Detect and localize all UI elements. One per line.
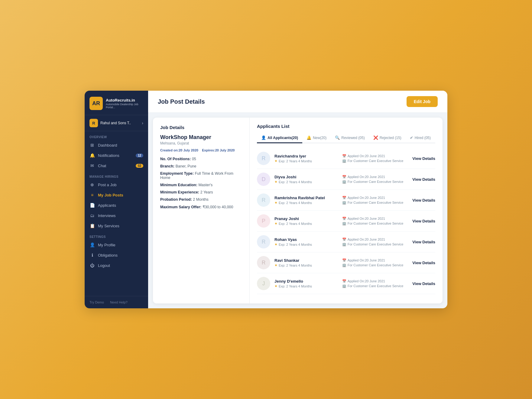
applicant-avatar: J <box>257 277 270 290</box>
service-icon: 🏢 <box>342 263 346 267</box>
job-probation: Probation Period: 2 Months <box>160 197 242 202</box>
sidebar-item-chat[interactable]: ✉ Chat 02 <box>85 161 148 171</box>
notifications-badge: 12 <box>136 154 143 157</box>
sidebar-item-obligations[interactable]: ℹ Obligations <box>85 250 148 260</box>
sidebar-item-notifications[interactable]: 🔔 Notifications 12 <box>85 150 148 161</box>
view-details-button[interactable]: View Details <box>412 281 435 286</box>
job-dates: Created on:20 July 2020 Expires:20 July … <box>160 148 242 152</box>
tab-new-20-[interactable]: 🔔New(20) <box>302 133 331 143</box>
star-icon: ★ <box>274 222 277 225</box>
logo-name: AutoRecruits.in <box>106 98 143 103</box>
sidebar-item-label: Dashboard <box>98 143 117 148</box>
star-icon: ★ <box>274 242 277 246</box>
try-demo-link[interactable]: Try Demo <box>89 300 104 304</box>
applicant-row: R Ravichandra Iyer ★ Exp: 2 Years 4 Mont… <box>257 148 435 169</box>
tab-rejected--15-[interactable]: ❌Rejected (15) <box>369 133 406 143</box>
overview-section-label: Overview <box>85 131 148 140</box>
view-details-button[interactable]: View Details <box>412 219 435 223</box>
tab-all-applicants-20-[interactable]: 👤All Applicants(20) <box>257 133 302 143</box>
applied-on: 📅Applied On:20 June 2021 <box>342 258 404 262</box>
applied-on: 📅Applied On:20 June 2021 <box>342 196 404 200</box>
chat-badge: 02 <box>136 164 143 168</box>
sidebar-item-label: Logout <box>98 263 110 268</box>
job-location: Mehsana, Gujarat <box>160 141 242 145</box>
service-icon: 🏢 <box>342 180 346 184</box>
tab-hired--05-[interactable]: ✔Hired (05) <box>406 133 435 143</box>
logo-icon: AR <box>89 97 103 110</box>
sidebar: AR AutoRecruits.in Automobile Dealership… <box>85 91 148 308</box>
sidebar-item-interviews[interactable]: 🗂 Interviews <box>85 210 148 221</box>
job-min-experience: Minimum Experience: 2 Years <box>160 190 242 194</box>
applicant-name: Jenny D'emello <box>274 279 338 284</box>
sidebar-item-label: Obligations <box>98 253 118 258</box>
applicant-exp: ★ Exp: 2 Years 4 Months <box>274 159 338 163</box>
applicant-avatar: P <box>257 214 270 228</box>
applicant-info: Ramkrishna Ravibhai Patel ★ Exp: 2 Years… <box>274 196 338 205</box>
applicants-section: Applicants List 👤All Applicants(20)🔔New(… <box>250 118 443 303</box>
sidebar-item-dashboard[interactable]: ⊞ Dashboard <box>85 140 148 150</box>
job-title: WorkShop Manager <box>160 134 242 141</box>
tab-icon: ❌ <box>373 135 378 140</box>
sidebar-item-label: Applicants <box>98 203 116 208</box>
dashboard-icon: ⊞ <box>89 143 95 148</box>
view-details-button[interactable]: View Details <box>412 240 435 244</box>
applicant-exp: ★ Exp: 2 Years 4 Months <box>274 242 338 246</box>
calendar-icon: 📅 <box>342 238 346 242</box>
tab-icon: 🔍 <box>335 135 340 140</box>
applicant-meta: 📅Applied On:20 June 2021 🏢For Customer C… <box>342 217 404 225</box>
edit-job-button[interactable]: Edit Job <box>407 96 438 107</box>
job-positions: No. Of Positions: 05 <box>160 157 242 161</box>
tab-icon: ✔ <box>410 135 413 140</box>
applicant-row: R Rohan Vyas ★ Exp: 2 Years 4 Months 📅Ap… <box>257 232 435 252</box>
sidebar-item-my-services[interactable]: 📋 My Services <box>85 221 148 231</box>
star-icon: ★ <box>274 180 277 184</box>
sidebar-item-post-job[interactable]: ⊕ Post a Job <box>85 180 148 190</box>
manage-hirings-section-label: Manage Hirings <box>85 171 148 180</box>
tab-icon: 🔔 <box>307 135 311 140</box>
applicant-name: Pranay Joshi <box>274 216 338 221</box>
created-date: 20 July 2020 <box>179 148 198 152</box>
job-branch: Branch: Baner, Pune <box>160 164 242 168</box>
service-icon: 🏢 <box>342 159 346 163</box>
star-icon: ★ <box>274 263 277 267</box>
applied-on: 📅Applied On:20 June 2021 <box>342 279 404 283</box>
need-help-link[interactable]: Need Help? <box>110 300 128 304</box>
sidebar-logo: AR AutoRecruits.in Automobile Dealership… <box>85 91 148 115</box>
tab-icon: 👤 <box>261 135 266 140</box>
expires-label: Expires: <box>202 148 215 152</box>
sidebar-item-my-job-posts[interactable]: ≡ My Job Posts <box>85 190 148 200</box>
my-profile-icon: 👤 <box>89 242 95 247</box>
applicants-list: R Ravichandra Iyer ★ Exp: 2 Years 4 Mont… <box>257 148 435 294</box>
applicants-icon: 📄 <box>89 203 95 208</box>
applicant-meta: 📅Applied On:20 June 2021 🏢For Customer C… <box>342 154 404 163</box>
tab-reviewed--05-[interactable]: 🔍Reviewed (05) <box>331 133 369 143</box>
job-details-panel: Job Details WorkShop Manager Mehsana, Gu… <box>153 118 250 303</box>
star-icon: ★ <box>274 159 277 163</box>
applicant-avatar: R <box>257 193 270 207</box>
applicant-info: Pranay Joshi ★ Exp: 2 Years 4 Months <box>274 216 338 225</box>
view-details-button[interactable]: View Details <box>412 261 435 265</box>
company-selector[interactable]: R Rahul and Sons T.. › <box>85 115 148 131</box>
view-details-button[interactable]: View Details <box>412 156 435 161</box>
view-details-button[interactable]: View Details <box>412 198 435 203</box>
applied-on: 📅Applied On:20 June 2021 <box>342 217 404 221</box>
sidebar-item-my-profile[interactable]: 👤 My Profile <box>85 240 148 250</box>
for-service: 🏢For Customer Care Executive Service <box>342 180 404 184</box>
calendar-icon: 📅 <box>342 217 346 221</box>
my-services-icon: 📋 <box>89 223 95 228</box>
view-details-button[interactable]: View Details <box>412 177 435 182</box>
applied-on: 📅Applied On:20 June 2021 <box>342 175 404 179</box>
applicant-exp: ★ Exp: 2 Years 4 Months <box>274 201 338 205</box>
for-service: 🏢For Customer Care Executive Service <box>342 284 404 288</box>
job-employment-type: Employment Type: Full Time & Work From H… <box>160 171 242 180</box>
sidebar-item-label: Post a Job <box>98 183 116 187</box>
main-header: Job Post Details Edit Job <box>148 91 447 113</box>
page-title: Job Post Details <box>158 98 205 105</box>
service-icon: 🏢 <box>342 201 346 205</box>
applicant-info: Jenny D'emello ★ Exp: 2 Years 4 Months <box>274 279 338 288</box>
sidebar-item-logout[interactable]: ⏻ Logout <box>85 260 148 271</box>
sidebar-item-applicants[interactable]: 📄 Applicants <box>85 200 148 210</box>
for-service: 🏢For Customer Care Executive Service <box>342 222 404 225</box>
applicant-exp: ★ Exp: 2 Years 4 Months <box>274 180 338 184</box>
applicant-meta: 📅Applied On:20 June 2021 🏢For Customer C… <box>342 175 404 184</box>
